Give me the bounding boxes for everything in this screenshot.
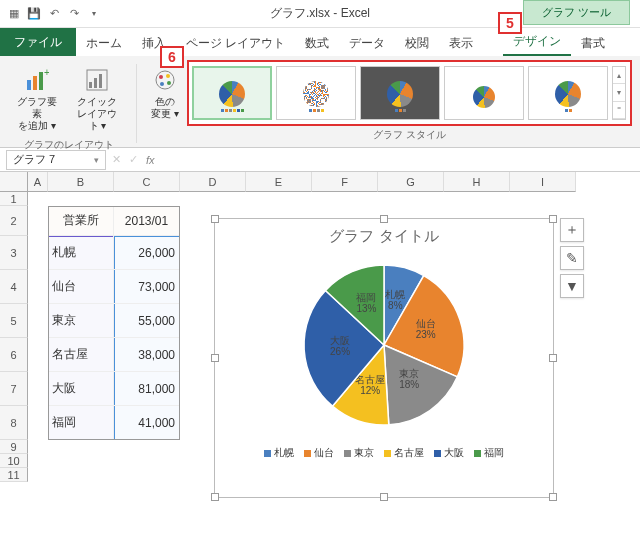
chart-style-5[interactable]: ･････ xyxy=(528,66,608,120)
resize-handle[interactable] xyxy=(549,493,557,501)
svg-text:26%: 26% xyxy=(330,346,350,357)
undo-icon[interactable]: ↶ xyxy=(46,6,62,22)
callout-6: 6 xyxy=(160,46,184,68)
chart-style-2[interactable]: ･････ xyxy=(276,66,356,120)
resize-handle[interactable] xyxy=(549,215,557,223)
pie-plot-area[interactable]: 札幌8%仙台23%東京18%名古屋12%大阪26%福岡13% xyxy=(215,250,553,440)
svg-text:13%: 13% xyxy=(356,303,376,314)
svg-point-10 xyxy=(166,74,170,78)
col-F[interactable]: F xyxy=(312,172,378,192)
chart-legend[interactable]: 札幌仙台東京名古屋大阪福岡 xyxy=(215,440,553,466)
select-all-corner[interactable] xyxy=(0,172,28,192)
tab-format[interactable]: 書式 xyxy=(571,29,615,56)
title-bar: ▦ 💾 ↶ ↷ ▾ グラフ.xlsx - Excel グラフ ツール xyxy=(0,0,640,28)
svg-rect-5 xyxy=(89,82,92,88)
svg-point-9 xyxy=(159,75,163,79)
col-E[interactable]: E xyxy=(246,172,312,192)
tab-formulas[interactable]: 数式 xyxy=(295,29,339,56)
svg-text:+: + xyxy=(44,68,49,78)
chart-style-1[interactable]: ･････ xyxy=(192,66,272,120)
legend-item[interactable]: 仙台 xyxy=(304,446,334,460)
col-A[interactable]: A xyxy=(28,172,48,192)
tab-page-layout[interactable]: ページ レイアウト xyxy=(176,29,295,56)
row-6[interactable]: 6 xyxy=(0,338,28,372)
col-I[interactable]: I xyxy=(510,172,576,192)
resize-handle[interactable] xyxy=(549,354,557,362)
add-chart-element-button[interactable]: + グラフ要素 を追加 ▾ xyxy=(10,62,65,136)
quick-layout-button[interactable]: クイック レイアウト ▾ xyxy=(67,62,128,136)
resize-handle[interactable] xyxy=(380,493,388,501)
tab-view[interactable]: 表示 xyxy=(439,29,483,56)
qat-dropdown-icon[interactable]: ▾ xyxy=(86,6,102,22)
legend-label: 仙台 xyxy=(314,446,334,460)
row-8[interactable]: 8 xyxy=(0,406,28,440)
svg-rect-0 xyxy=(27,80,31,90)
col-B[interactable]: B xyxy=(48,172,114,192)
change-color-button[interactable]: 色の 変更 ▾ xyxy=(145,62,185,124)
gallery-more-icon[interactable]: ⁼ xyxy=(613,102,625,119)
chart-elements-button[interactable]: ＋ xyxy=(560,218,584,242)
table-outline xyxy=(48,206,180,440)
tab-file[interactable]: ファイル xyxy=(0,27,76,56)
legend-item[interactable]: 名古屋 xyxy=(384,446,424,460)
row-10[interactable]: 10 xyxy=(0,454,28,468)
row-4[interactable]: 4 xyxy=(0,270,28,304)
fx-enter-icon[interactable]: ✓ xyxy=(129,153,138,166)
svg-text:23%: 23% xyxy=(416,329,436,340)
row-1[interactable]: 1 xyxy=(0,192,28,206)
legend-label: 名古屋 xyxy=(394,446,424,460)
row-3[interactable]: 3 xyxy=(0,236,28,270)
name-box[interactable]: グラフ 7▾ xyxy=(6,150,106,170)
svg-text:東京: 東京 xyxy=(399,368,419,379)
svg-rect-1 xyxy=(33,76,37,90)
chart-style-4[interactable]: ･････ xyxy=(444,66,524,120)
col-D[interactable]: D xyxy=(180,172,246,192)
svg-text:18%: 18% xyxy=(399,379,419,390)
col-C[interactable]: C xyxy=(114,172,180,192)
gallery-up-icon[interactable]: ▴ xyxy=(613,67,625,84)
legend-item[interactable]: 東京 xyxy=(344,446,374,460)
ribbon: + グラフ要素 を追加 ▾ クイック レイアウト ▾ グラフのレイアウト 色の … xyxy=(0,56,640,148)
chart-filter-button[interactable]: ▼ xyxy=(560,274,584,298)
row-9[interactable]: 9 xyxy=(0,440,28,454)
row-7[interactable]: 7 xyxy=(0,372,28,406)
col-G[interactable]: G xyxy=(378,172,444,192)
row-11[interactable]: 11 xyxy=(0,468,28,482)
legend-item[interactable]: 福岡 xyxy=(474,446,504,460)
fx-icon[interactable]: fx xyxy=(146,154,155,166)
row-2[interactable]: 2 xyxy=(0,206,28,236)
legend-item[interactable]: 札幌 xyxy=(264,446,294,460)
chart-styles-button[interactable]: ✎ xyxy=(560,246,584,270)
tab-home[interactable]: ホーム xyxy=(76,29,132,56)
gallery-scroll: ▴ ▾ ⁼ xyxy=(612,66,626,120)
row-5[interactable]: 5 xyxy=(0,304,28,338)
brush-icon: ✎ xyxy=(566,250,578,266)
fx-cancel-icon[interactable]: ✕ xyxy=(112,153,121,166)
redo-icon[interactable]: ↷ xyxy=(66,6,82,22)
chart-style-3[interactable]: ･････ xyxy=(360,66,440,120)
tab-data[interactable]: データ xyxy=(339,29,395,56)
legend-item[interactable]: 大阪 xyxy=(434,446,464,460)
color-icon xyxy=(151,66,179,94)
legend-label: 札幌 xyxy=(274,446,294,460)
resize-handle[interactable] xyxy=(211,354,219,362)
col-H[interactable]: H xyxy=(444,172,510,192)
svg-point-8 xyxy=(156,71,174,89)
namebox-dropdown-icon[interactable]: ▾ xyxy=(94,155,99,165)
resize-handle[interactable] xyxy=(211,215,219,223)
chart-title[interactable]: グラフ タイトル xyxy=(215,219,553,250)
chart-object[interactable]: グラフ タイトル 札幌8%仙台23%東京18%名古屋12%大阪26%福岡13% … xyxy=(214,218,554,498)
resize-handle[interactable] xyxy=(211,493,219,501)
separator xyxy=(136,64,137,143)
ribbon-group-layout: + グラフ要素 を追加 ▾ クイック レイアウト ▾ グラフのレイアウト xyxy=(4,60,134,147)
gallery-down-icon[interactable]: ▾ xyxy=(613,84,625,101)
legend-swatch xyxy=(264,450,271,457)
save-icon[interactable]: 💾 xyxy=(26,6,42,22)
legend-swatch xyxy=(304,450,311,457)
callout-5: 5 xyxy=(498,12,522,34)
svg-text:8%: 8% xyxy=(388,300,403,311)
svg-text:名古屋: 名古屋 xyxy=(355,374,385,385)
resize-handle[interactable] xyxy=(380,215,388,223)
svg-text:福岡: 福岡 xyxy=(356,292,376,303)
tab-review[interactable]: 校閲 xyxy=(395,29,439,56)
